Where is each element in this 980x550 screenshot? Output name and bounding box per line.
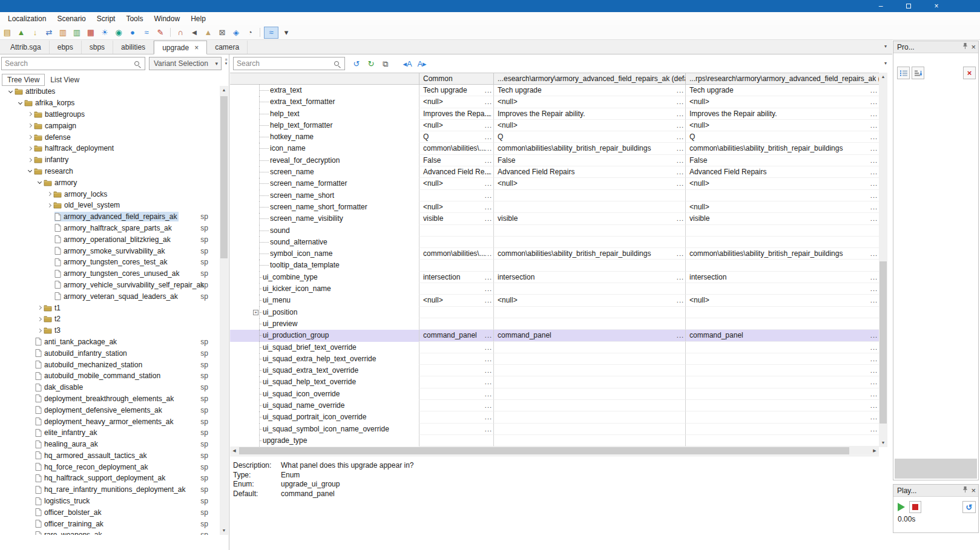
sort-button[interactable] [912,67,924,79]
grid-row-ui_squad_extra_help_text_override[interactable]: ui_squad_extra_help_text_override...... [230,353,879,365]
value-cell[interactable]: ... [419,190,493,201]
expand-chevron-icon[interactable] [28,123,32,128]
value-cell[interactable]: Q... [419,131,493,143]
reset-button[interactable]: ↺ [962,501,976,513]
ellipsis-button[interactable]: ... [870,400,878,411]
ellipsis-button[interactable]: ... [870,411,878,423]
value-cell[interactable] [493,353,685,365]
grid-row-ui_squad_symbol_icon_name_override[interactable]: ui_squad_symbol_icon_name_override...... [230,424,879,435]
categorized-view-button[interactable] [897,67,910,79]
scroll-up-icon[interactable]: ▲ [220,86,228,94]
ellipsis-button[interactable]: ... [677,178,684,189]
value-cell[interactable]: Tech upgrade... [419,85,493,96]
ellipsis-button[interactable]: ... [485,365,492,376]
value-cell[interactable]: ... [419,365,493,376]
expand-chevron-icon[interactable] [47,203,51,208]
ellipsis-button[interactable]: ... [870,248,878,260]
tree-file-armory_tungsten_cores_unused_ak[interactable]: armory_tungsten_cores_unused_aksp [0,268,219,280]
toolbar-overflow-icon-button[interactable]: ▾ [280,27,292,39]
pin-icon[interactable] [962,42,968,51]
ellipsis-button[interactable]: ... [677,131,684,143]
grid-row-ui_kicker_icon_name[interactable]: ui_kicker_icon_name...... [230,283,879,295]
tree-folder-afrika_korps[interactable]: afrika_korps [0,97,219,109]
ellipsis-button[interactable]: ... [870,353,878,365]
grid-row-ui_production_group[interactable]: ui_production_groupcommand_panel...comma… [230,330,879,341]
value-cell[interactable]: ... [419,353,493,365]
swap-icon-button[interactable]: ⇄ [43,27,55,39]
ellipsis-button[interactable]: ... [677,108,684,120]
value-cell[interactable]: <null>... [685,201,879,213]
ellipsis-button[interactable]: ... [677,166,684,178]
grid-horizontal-scrollbar[interactable]: ◀ ▶ [230,447,879,455]
ellipsis-button[interactable]: ... [485,96,492,108]
value-cell[interactable]: <null>... [419,295,493,306]
ellipsis-button[interactable]: ... [870,272,878,283]
tab-upgrade[interactable]: upgrade× [154,41,207,54]
expand-chevron-icon[interactable] [38,317,42,321]
value-cell[interactable] [493,237,685,248]
value-cell[interactable]: ... [419,376,493,388]
ellipsis-button[interactable]: ... [677,330,684,341]
collapse-chevron-icon[interactable] [8,89,13,93]
value-cell[interactable]: Improves the Repa...... [419,108,493,120]
ellipsis-button[interactable]: ... [677,120,684,131]
grid-row-ui_squad_name_override[interactable]: ui_squad_name_override...... [230,400,879,411]
ellipsis-button[interactable]: ... [870,376,878,388]
tree-file-deployment_heavy_armor_elements_ak[interactable]: deployment_heavy_armor_elements_aksp [0,416,219,427]
value-cell[interactable] [685,237,879,248]
value-cell[interactable]: command_panel... [419,330,493,341]
grid-row-extra_text[interactable]: extra_textTech upgrade...Tech upgrade...… [230,85,879,96]
tree-file-armory_veteran_squad_leaders_ak[interactable]: armory_veteran_squad_leaders_aksp [0,290,219,302]
expand-chevron-icon[interactable] [38,306,42,310]
ellipsis-button[interactable]: ... [485,201,492,213]
ellipsis-button[interactable]: ... [485,342,492,353]
tab-attrib-sga[interactable]: Attrib.sga [2,41,50,54]
tree-file-armory_halftrack_spare_parts_ak[interactable]: armory_halftrack_spare_parts_aksp [0,223,219,234]
value-cell[interactable]: Q... [493,131,685,143]
value-cell[interactable]: <null>... [419,120,493,131]
pin-icon[interactable] [962,486,968,495]
tree-file-healing_aura_ak[interactable]: healing_aura_aksp [0,439,219,450]
tab-abilities[interactable]: abilities [113,41,154,54]
tab-ebps[interactable]: ebps [50,41,82,54]
tree-search-box[interactable] [1,57,145,70]
collapse-chevron-icon[interactable] [28,168,32,172]
tree-file-armory_advanced_field_repairs_ak[interactable]: armory_advanced_field_repairs_aksp [0,211,219,223]
water-tool-icon-button[interactable]: ≈ [264,27,278,39]
ellipsis-button[interactable]: ... [870,131,878,143]
tree-folder-t1[interactable]: t1 [0,302,219,313]
waves-icon-button[interactable]: ≈ [140,27,153,39]
ellipsis-button[interactable]: ... [870,213,878,224]
prev-change-icon-button[interactable]: ◂A [402,57,413,70]
scroll-up-icon[interactable]: ▲ [879,73,887,81]
ellipsis-button[interactable]: ... [870,96,878,108]
value-cell[interactable]: common\abilities\ability_british_repair_… [685,143,879,154]
toolbar-overflow-button[interactable]: ≡▾ [223,58,229,65]
value-cell[interactable]: ... [419,400,493,411]
ellipsis-button[interactable]: ... [870,155,878,166]
ellipsis-button[interactable]: ... [870,330,878,341]
value-cell[interactable] [685,318,879,330]
grid-row-ui_squad_icon_override[interactable]: ui_squad_icon_override...... [230,388,879,400]
value-cell[interactable] [493,283,685,295]
ellipsis-button[interactable]: ... [870,178,878,189]
ellipsis-button[interactable]: ... [485,272,492,283]
tree-file-deployment_defensive_elements_ak[interactable]: deployment_defensive_elements_aksp [0,404,219,416]
droplet-icon-button[interactable]: ● [127,27,139,39]
ellipsis-button[interactable]: ... [485,411,492,423]
value-cell[interactable] [419,237,493,248]
column-header-sp-variant[interactable]: ...rps\research\armory\armory_advanced_f… [685,73,879,84]
grid-row-screen_name_visibility[interactable]: screen_name_visibilityvisible...visible.… [230,213,879,224]
stop-button[interactable] [909,501,921,513]
variant-selection-dropdown[interactable]: Variant Selection ▾ [149,57,222,70]
tab-list-view[interactable]: List View [45,74,85,86]
grid-search-input[interactable] [234,59,334,68]
tree-scrollbar[interactable]: ▲ ▼ [220,86,228,535]
tree-file-anti_tank_package_ak[interactable]: anti_tank_package_aksp [0,336,219,348]
grid-row-sound_alternative[interactable]: sound_alternative [230,237,879,248]
ellipsis-button[interactable]: ... [485,155,492,166]
tree-folder-campaign[interactable]: campaign [0,120,219,131]
tree-folder-defense[interactable]: defense [0,131,219,143]
ellipsis-button[interactable]: ... [677,143,684,154]
ellipsis-button[interactable]: ... [485,248,492,260]
